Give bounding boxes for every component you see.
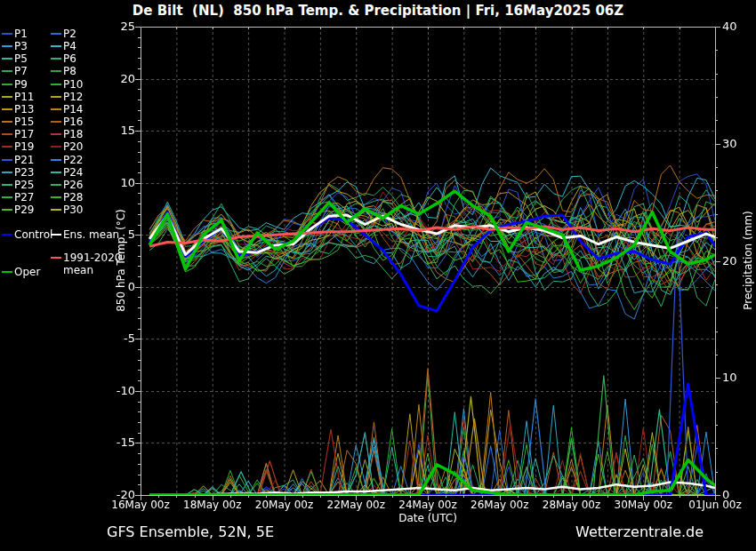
legend-item-p15: P15 <box>2 116 35 128</box>
legend-line-swatch <box>2 33 12 35</box>
legend-line-swatch <box>51 172 61 173</box>
legend-label: P27 <box>14 191 35 204</box>
legend-label: P2 <box>63 28 76 40</box>
legend-item-p21: P21 <box>2 154 35 166</box>
y-right-tick-label: 10 <box>722 371 752 384</box>
y-left-tick-label: 5 <box>105 228 135 241</box>
legend-label: P13 <box>14 103 35 116</box>
x-tick-label: 01Jun 00z <box>681 499 749 511</box>
legend-line-swatch <box>51 257 61 259</box>
legend-line-swatch <box>51 58 61 60</box>
legend-line-swatch <box>51 159 61 161</box>
legend-label: P18 <box>63 128 84 140</box>
x-tick-label: 18May 00z <box>179 499 246 511</box>
legend-line-swatch <box>51 133 61 135</box>
y-left-tick-label: -15 <box>105 436 135 449</box>
legend-line-swatch <box>2 196 12 198</box>
legend-line-swatch <box>51 121 61 123</box>
legend-item-p27: P27 <box>2 191 35 204</box>
legend-line-swatch <box>2 159 12 161</box>
legend-line-swatch <box>51 184 61 186</box>
legend-item-p28: P28 <box>51 191 84 204</box>
y-axis-left-title: 850 hPa Temp. (°C) <box>115 100 127 420</box>
legend-item-p25: P25 <box>2 179 35 191</box>
legend-line-swatch <box>2 70 12 72</box>
x-tick-label: 26May 00z <box>466 499 534 511</box>
legend-item-p16: P16 <box>51 116 84 128</box>
legend-item-p4: P4 <box>51 40 76 52</box>
legend-item-p8: P8 <box>51 65 76 77</box>
legend-line-swatch <box>2 108 12 110</box>
legend-label: P19 <box>14 140 35 153</box>
legend-label: P6 <box>63 52 76 65</box>
legend-line-swatch <box>51 96 61 98</box>
x-tick-label: 20May 00z <box>251 499 318 511</box>
legend-label: Oper <box>14 266 40 278</box>
legend-line-swatch <box>2 172 12 173</box>
legend-label: P24 <box>63 166 84 179</box>
y-right-tick-label: 20 <box>722 255 752 268</box>
legend-line-swatch <box>51 45 61 47</box>
legend-line-swatch <box>51 146 61 148</box>
y-left-tick-label: 25 <box>105 20 135 33</box>
y-right-tick-label: 30 <box>722 138 752 150</box>
legend-label: P29 <box>14 204 35 216</box>
legend-item-p5: P5 <box>2 52 28 65</box>
legend-item-p7: P7 <box>2 65 28 77</box>
legend-line-swatch <box>2 184 12 186</box>
legend-label: P11 <box>14 91 35 103</box>
legend-line-swatch <box>2 96 12 98</box>
legend-item-p19: P19 <box>2 140 35 153</box>
legend-label: P22 <box>63 154 84 166</box>
y-left-tick-label: 0 <box>105 281 135 293</box>
y-right-tick-label: 40 <box>722 20 752 33</box>
x-tick-label: 30May 00z <box>609 499 677 511</box>
legend-label: Control <box>14 228 52 241</box>
y-left-tick-label: -10 <box>105 385 135 397</box>
legend-line-swatch <box>2 234 12 236</box>
x-axis-title: Date (UTC) <box>392 512 463 524</box>
legend-label: P9 <box>14 78 28 91</box>
legend-line-swatch <box>2 271 12 273</box>
x-tick-label: 24May 00z <box>394 499 462 511</box>
legend-line-swatch <box>2 209 12 211</box>
y-left-tick-label: 10 <box>105 177 135 189</box>
legend-line-swatch <box>2 45 12 47</box>
legend-line-swatch <box>51 70 61 72</box>
y-left-tick-label: 20 <box>105 73 135 85</box>
legend-line-swatch <box>51 209 61 211</box>
legend-item-p14: P14 <box>51 103 84 116</box>
legend-line-swatch <box>2 84 12 85</box>
legend-line-swatch <box>51 196 61 198</box>
legend-line-swatch <box>2 121 12 123</box>
x-tick-label: 16May 00z <box>107 499 174 511</box>
legend-item-p9: P9 <box>2 78 28 91</box>
footer-model-label: GFS Ensemble, 52N, 5E <box>107 523 274 540</box>
legend-item-p18: P18 <box>51 128 84 140</box>
legend-label: P30 <box>63 204 84 216</box>
legend-item-p3: P3 <box>2 40 28 52</box>
x-tick-label: 28May 00z <box>538 499 606 511</box>
legend-line-swatch <box>2 146 12 148</box>
legend-item-p23: P23 <box>2 166 35 179</box>
legend-label: P3 <box>14 40 28 52</box>
legend-item-clim-mean: 1991-2020 mean <box>51 252 121 276</box>
legend-item-p30: P30 <box>51 204 84 216</box>
legend-item-p11: P11 <box>2 91 35 103</box>
legend-label: P25 <box>14 179 35 191</box>
legend-label: P7 <box>14 65 28 77</box>
legend-label: P8 <box>63 65 76 77</box>
legend-item-p10: P10 <box>51 78 84 91</box>
legend-item-p2: P2 <box>51 28 76 40</box>
legend-label: P26 <box>63 179 84 191</box>
legend-item-p29: P29 <box>2 204 35 216</box>
legend-line-swatch <box>2 133 12 135</box>
legend-label: P20 <box>63 140 84 153</box>
legend-label: P23 <box>14 166 35 179</box>
legend-label: 1991-2020 mean <box>63 252 121 276</box>
legend-label: P5 <box>14 52 28 65</box>
legend-item-control: Control <box>2 228 52 241</box>
x-tick-label: 22May 00z <box>322 499 390 511</box>
legend-item-p20: P20 <box>51 140 84 153</box>
legend-label: P17 <box>14 128 35 140</box>
